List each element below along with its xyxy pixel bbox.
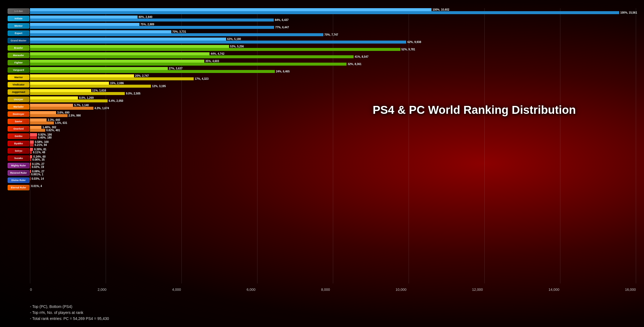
ps4-bar-3 <box>30 33 323 36</box>
ps4-label-8: 24%, 6,465 <box>275 70 290 73</box>
x-label-8: 16,000 <box>625 288 636 292</box>
pc-label-15: 2.3%, 440 <box>47 118 60 121</box>
x-label-1: 2,000 <box>98 288 107 292</box>
pc-label-17: 0.92%, 186 <box>37 133 52 136</box>
pc-bar-8 <box>30 67 168 70</box>
ps4-label-11: 9.0%, 2,505 <box>125 92 140 95</box>
x-label-6: 12,000 <box>472 288 483 292</box>
ps4-bar-6 <box>30 55 354 58</box>
rank-badge-11: Juggernaut <box>8 89 29 95</box>
ps4-label-10: 12%, 3,195 <box>151 85 166 88</box>
ps4-label-12: 6.4%, 2,050 <box>108 99 123 102</box>
rank-badge-19: Seiryu <box>8 148 29 154</box>
rank-badge-22: Revered Ruler <box>8 170 29 176</box>
pc-bar-0 <box>30 8 432 11</box>
pc-label-4: 63%, 5,180 <box>226 38 241 41</box>
bar-row-brawler: Brawler53%, 5,25652%, 9,781 <box>30 45 636 51</box>
rank-badge-5: Brawler <box>8 45 29 51</box>
ps4-label-17: 0.40%, 180 <box>37 136 52 139</box>
rank-badge-6: Marauder <box>8 53 29 58</box>
pc-bar-16 <box>30 126 41 129</box>
bar-row-mighty-ruler: Mighty Ruler0.13%, 270.02%, 19 <box>30 163 636 169</box>
ps4-label-9: 17%, 4,323 <box>194 77 209 80</box>
bar-row-grand-master: Grand Master63%, 5,18062%, 9,938 <box>30 38 636 44</box>
pc-label-6: 44%, 4,742 <box>209 52 224 55</box>
x-axis: 02,0004,0006,0008,00010,00012,00014,0001… <box>30 288 636 292</box>
x-label-3: 6,000 <box>247 288 256 292</box>
rank-badge-8: Vanguard <box>8 67 29 73</box>
pc-bar-20 <box>30 155 32 158</box>
bar-row-suzaku: Suzaku0.24%, 600.06%, 35 <box>30 155 636 161</box>
pc-bar-13 <box>30 104 73 107</box>
pc-label-13: 5.7%, 1,140 <box>73 104 89 107</box>
ps4-bar-7 <box>30 63 347 66</box>
ps4-bar-13 <box>30 107 93 110</box>
pc-label-14: 3.6%, 690 <box>56 111 69 114</box>
ps4-label-13: 4.3%, 1,674 <box>93 107 109 110</box>
bar-row-mentor: Mentor75%, 2,88977%, 6,447 <box>30 23 636 29</box>
rank-badge-0: 1-3 dan <box>8 8 29 14</box>
ps4-label-5: 52%, 9,781 <box>400 48 415 51</box>
pc-bar-1 <box>30 16 138 19</box>
rank-badge-1: Initiate <box>8 16 29 21</box>
rank-badge-4: Grand Master <box>8 38 29 43</box>
ps4-label-22: 0.001%, 1 <box>30 173 43 176</box>
pc-label-22: 0.08%, 27 <box>31 170 44 173</box>
ps4-bar-19 <box>30 151 32 154</box>
pc-bar-15 <box>30 118 47 121</box>
ps4-bar-4 <box>30 41 406 44</box>
pc-bar-9 <box>30 74 134 77</box>
bar-row-marauder: Marauder44%, 4,74241%, 8,547 <box>30 52 636 58</box>
rank-badge-21: Mighty Ruler <box>8 163 29 168</box>
pc-bar-19 <box>30 148 33 151</box>
legend-line1: - Top (PC), Bottom (PS4) <box>30 304 109 310</box>
x-label-7: 14,000 <box>549 288 560 292</box>
pc-label-9: 20%, 2,747 <box>134 74 149 77</box>
pc-label-8: 27%, 3,637 <box>168 67 183 70</box>
rank-badge-3: Expert <box>8 30 29 36</box>
bar-row-eternal-ruler: Eternal Ruler0.01%, 4 <box>30 185 636 191</box>
ps4-label-6: 41%, 8,547 <box>354 55 369 58</box>
ps4-bar-1 <box>30 19 274 22</box>
pc-label-5: 53%, 5,256 <box>229 45 244 48</box>
rank-badge-9: Warrior <box>8 75 29 80</box>
ps4-label-16: 0.82%, 401 <box>45 129 60 132</box>
bar-row-vanguard: Vanguard27%, 3,63724%, 6,465 <box>30 67 636 73</box>
rank-badge-15: Savior <box>8 119 29 124</box>
rank-badge-12: Usurper <box>8 97 29 102</box>
legend: - Top (PC), Bottom (PS4) - Top n%, No. o… <box>30 304 109 322</box>
bar-row-fighter: Fighter35%, 4,60332%, 8,361 <box>30 60 636 66</box>
legend-line2: - Top n%, No. of players at rank <box>30 310 109 316</box>
rank-badge-18: Byakko <box>8 141 29 146</box>
ps4-bar-12 <box>30 99 108 102</box>
ps4-bar-0 <box>30 11 619 14</box>
pc-bar-2 <box>30 23 139 26</box>
ps4-label-20: 0.06%, 35 <box>31 158 45 161</box>
x-label-0: 0 <box>30 288 32 292</box>
chart-title: PS4 & PC World Ranking Distribution <box>373 103 576 117</box>
rank-badge-7: Fighter <box>8 60 29 65</box>
pc-bar-4 <box>30 38 226 41</box>
rank-badge-2: Mentor <box>8 23 29 29</box>
ps4-bar-16 <box>30 129 45 132</box>
pc-bar-10 <box>30 82 109 85</box>
bar-row-vindicator: Vindicator15%, 2,08612%, 3,195 <box>30 82 636 88</box>
ps4-label-4: 62%, 9,938 <box>406 41 421 44</box>
ps4-bar-11 <box>30 92 125 95</box>
pc-label-18: 0.58%, 100 <box>34 140 49 143</box>
pc-bar-12 <box>30 96 78 99</box>
ps4-label-21: 0.02%, 19 <box>31 166 44 169</box>
rank-badge-13: Warlader <box>8 104 29 109</box>
bar-row-usurper: Usurper8.0%, 1,2696.4%, 2,050 <box>30 96 636 102</box>
pc-label-2: 75%, 2,889 <box>139 23 154 26</box>
ps4-label-3: 70%, 7,747 <box>323 33 338 36</box>
bar-row-savior: Savior2.3%, 4401.5%, 631 <box>30 118 636 124</box>
pc-label-1: 80%, 2,840 <box>138 16 153 19</box>
pc-label-10: 15%, 2,086 <box>109 82 124 85</box>
bar-row-expert: Expert70%, 3,73170%, 7,747 <box>30 30 636 36</box>
pc-bar-18 <box>30 140 34 143</box>
rank-badge-20: Suzaku <box>8 155 29 161</box>
pc-bar-6 <box>30 52 209 55</box>
ps4-label-2: 77%, 6,447 <box>274 26 289 29</box>
pc-bar-14 <box>30 111 56 114</box>
